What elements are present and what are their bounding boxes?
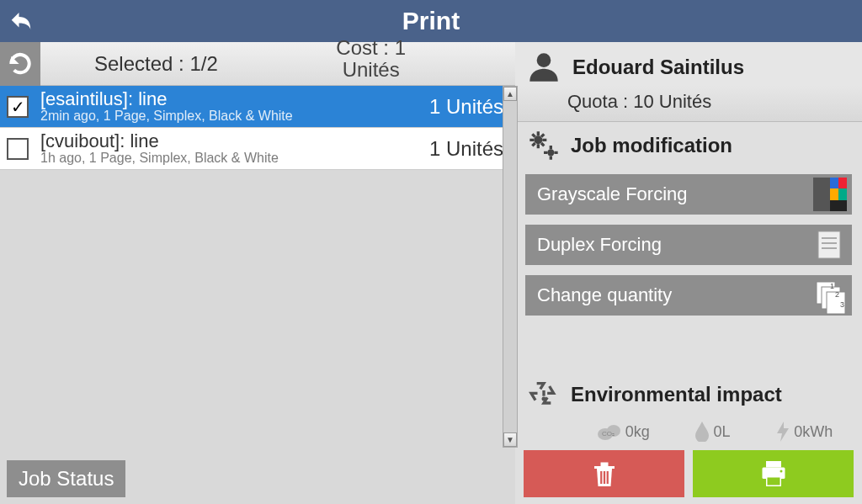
page-title: Print [0,7,862,35]
svg-text:1: 1 [830,282,834,290]
water-drop-icon [694,422,710,442]
grayscale-forcing-button[interactable]: Grayscale Forcing [525,174,852,215]
job-modification-header: Job modification [515,122,862,169]
back-arrow-icon [8,8,34,34]
svg-rect-5 [838,178,847,188]
svg-rect-4 [830,178,838,188]
quantity-icon: 123 [813,279,847,312]
svg-rect-31 [767,478,780,485]
job-units: 1 Unités [429,95,503,119]
job-modification-title: Job modification [571,134,732,157]
svg-point-19 [542,397,546,401]
user-info: Edouard Saintilus [515,42,862,86]
svg-rect-3 [813,178,830,211]
svg-point-0 [537,53,551,67]
scroll-down-button[interactable]: ▼ [503,432,517,447]
delete-button[interactable] [524,450,684,497]
water-value: 0L [713,423,730,441]
lightning-icon [775,422,790,442]
job-units: 1 Unités [429,137,503,161]
svg-text:2: 2 [835,290,839,299]
job-status-button[interactable]: Job Status [7,460,125,497]
job-meta: 2min ago, 1 Page, Simplex, Black & White [40,109,429,124]
gears-icon [527,129,561,162]
svg-rect-24 [600,463,608,467]
svg-rect-9 [818,231,840,258]
print-button[interactable] [693,450,854,497]
job-meta: 1h ago, 1 Page, Simplex, Black & White [40,151,429,166]
user-icon [527,50,561,84]
svg-rect-7 [838,188,847,200]
svg-text:CO₂: CO₂ [602,430,615,438]
side-panel: Edouard Saintilus Quota : 10 Unités Job … [515,42,862,504]
title-bar: Print [0,0,862,42]
co2-icon: CO₂ [597,422,622,441]
svg-point-1 [534,135,542,144]
svg-rect-28 [766,461,781,468]
trash-icon [589,459,620,489]
environmental-header: Environmental impact [515,371,862,418]
job-list: ✓ [esaintilus]: line 2min ago, 1 Page, S… [0,86,515,504]
action-bar [515,447,862,504]
co2-value: 0kg [625,423,650,441]
svg-rect-6 [830,188,838,200]
scrollbar[interactable]: ▲ ▼ [503,86,518,448]
back-button[interactable] [0,0,42,42]
job-checkbox[interactable]: ✓ [7,96,29,118]
quota-display: Quota : 10 Unités [515,86,862,122]
svg-text:3: 3 [840,300,844,309]
printer-icon [757,459,790,489]
refresh-icon [7,50,34,77]
duplex-forcing-button[interactable]: Duplex Forcing [525,225,852,265]
job-list-header: Selected : 1/2 Cost : 1 Unités [0,42,515,86]
duplex-icon [813,228,847,262]
cost-line2: Unités [336,59,406,81]
environmental-title: Environmental impact [571,383,782,406]
svg-rect-8 [830,200,847,211]
quantity-label: Change quantity [537,284,672,306]
job-checkbox[interactable] [7,138,29,160]
user-name: Edouard Saintilus [572,56,744,79]
selected-count: Selected : 1/2 [94,52,218,76]
scroll-up-button[interactable]: ▲ [503,87,517,101]
grayscale-icon [813,178,847,211]
svg-point-2 [547,149,554,156]
svg-point-32 [780,470,782,473]
job-list-panel: Selected : 1/2 Cost : 1 Unités ✓ [esaint… [0,42,515,504]
environmental-stats: CO₂ 0kg 0L 0kWh [515,418,862,447]
refresh-button[interactable] [0,42,40,86]
job-row[interactable]: ✓ [esaintilus]: line 2min ago, 1 Page, S… [0,86,515,128]
energy-value: 0kWh [794,423,833,441]
duplex-label: Duplex Forcing [537,234,662,256]
job-row[interactable]: [cvuibout]: line 1h ago, 1 Page, Simplex… [0,128,515,170]
cost-display: Cost : 1 Unités [336,37,406,82]
recycle-icon [527,378,561,411]
job-title: [cvuibout]: line [40,132,429,151]
cost-line1: Cost : 1 [336,37,406,59]
job-title: [esaintilus]: line [40,90,429,109]
change-quantity-button[interactable]: Change quantity 123 [525,275,852,316]
grayscale-label: Grayscale Forcing [537,183,688,205]
